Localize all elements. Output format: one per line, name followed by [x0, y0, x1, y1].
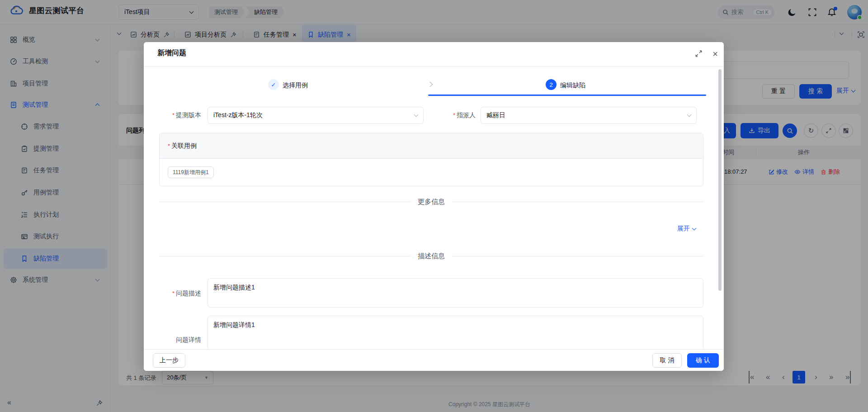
- required-mark: *: [453, 112, 455, 118]
- chevron-down-icon: [414, 113, 419, 117]
- confirm-button[interactable]: 确 认: [687, 353, 719, 368]
- version-select[interactable]: iTest-z版本-1轮次: [208, 107, 424, 124]
- assignee-label-text: 指派人: [457, 111, 476, 118]
- cancel-button[interactable]: 取 消: [652, 353, 682, 368]
- version-field-label: *提测版本: [153, 111, 201, 119]
- new-issue-modal: 新增问题 × ✓ 选择用例 2 编辑缺陷 *提测版本 iTest-z版本-1轮次…: [144, 42, 724, 371]
- modal-close-icon[interactable]: ×: [711, 50, 719, 58]
- step2-number: 2: [546, 79, 557, 90]
- app-root: 星图云测试平台 iTest项目 测试管理 缺陷管理 搜索 Ctrl K: [0, 0, 868, 412]
- assignee-field-label: *指派人: [430, 111, 476, 119]
- assignee-select-value: 臧丽日: [486, 111, 505, 119]
- step1-label[interactable]: 选择用例: [283, 81, 308, 90]
- related-cases-label: 关联用例: [171, 142, 197, 150]
- required-mark: *: [172, 112, 175, 118]
- modal-header-divider: [144, 66, 724, 66]
- description-label-text: 问题描述: [176, 289, 201, 297]
- section-description-info: 描述信息: [159, 252, 703, 260]
- modal-title: 新增问题: [157, 48, 186, 58]
- assignee-select[interactable]: 臧丽日: [481, 107, 697, 124]
- step-arrow-icon: [427, 81, 433, 87]
- chevron-down-icon: [692, 226, 697, 231]
- more-info-expand-toggle[interactable]: 展开: [677, 225, 696, 233]
- expand-label: 展开: [677, 225, 690, 233]
- related-cases-panel: * 关联用例 1119新增用例1: [159, 133, 703, 186]
- chevron-down-icon: [687, 113, 692, 117]
- step1-check-icon: ✓: [268, 79, 279, 90]
- description-field-label: *问题描述: [153, 289, 201, 298]
- version-select-value: iTest-z版本-1轮次: [213, 111, 263, 119]
- active-step-underline: [428, 95, 706, 96]
- modal-maximize-icon[interactable]: [695, 50, 703, 58]
- detail-field-label: 问题详情: [153, 336, 201, 344]
- step2-label[interactable]: 编辑缺陷: [560, 81, 585, 90]
- related-cases-header: * 关联用例: [160, 133, 703, 159]
- required-mark: *: [168, 142, 170, 149]
- prev-step-button[interactable]: 上一步: [153, 353, 185, 368]
- description-textarea[interactable]: 新增问题描述1: [208, 278, 703, 308]
- section-more-info: 更多信息: [159, 198, 703, 206]
- required-mark: *: [172, 290, 175, 297]
- version-label-text: 提测版本: [176, 111, 201, 118]
- modal-scrollbar-thumb[interactable]: [718, 69, 722, 291]
- case-tag[interactable]: 1119新增用例1: [168, 166, 214, 178]
- modal-footer: 上一步 取 消 确 认: [144, 349, 724, 371]
